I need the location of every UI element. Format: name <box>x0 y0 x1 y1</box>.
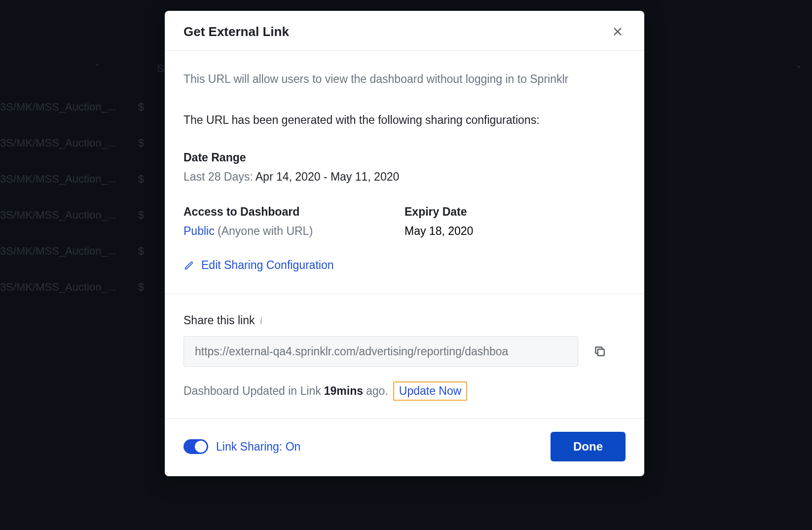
toggle-label: Link Sharing: On <box>216 440 300 454</box>
close-icon <box>612 26 623 37</box>
date-range-prefix: Last 28 Days: <box>184 170 253 183</box>
edit-sharing-config-label: Edit Sharing Configuration <box>201 259 334 272</box>
edit-sharing-config-link[interactable]: Edit Sharing Configuration <box>184 259 626 272</box>
expiry-value: May 18, 2020 <box>405 225 626 238</box>
access-value-link[interactable]: Public <box>184 225 215 237</box>
app-background: S 3S/MK/MSS_Auction_...$ 3S/MK/MSS_Aucti… <box>0 0 812 530</box>
updated-row: Dashboard Updated in Link 19mins ago. Up… <box>184 381 626 401</box>
update-now-button[interactable]: Update Now <box>393 381 468 401</box>
date-range-label: Date Range <box>184 151 626 164</box>
modal-body: This URL will allow users to view the da… <box>165 51 644 418</box>
link-sharing-toggle[interactable]: Link Sharing: On <box>184 439 300 454</box>
pencil-icon <box>184 260 194 271</box>
expiry-label: Expiry Date <box>405 205 626 219</box>
updated-value: 19mins <box>324 384 363 398</box>
external-link-modal: Get External Link This URL will allow us… <box>165 11 644 476</box>
modal-footer: Link Sharing: On Done <box>165 418 644 476</box>
modal-title: Get External Link <box>184 24 289 39</box>
updated-suffix: ago. <box>366 384 388 398</box>
date-range-value: Last 28 Days: Apr 14, 2020 - May 11, 202… <box>184 170 626 184</box>
access-value-note: (Anyone with URL) <box>218 225 313 237</box>
done-button[interactable]: Done <box>551 432 626 461</box>
close-button[interactable] <box>610 24 626 39</box>
modal-header: Get External Link <box>165 11 644 51</box>
description-text: This URL will allow users to view the da… <box>184 71 588 88</box>
svg-rect-2 <box>598 349 604 356</box>
copy-link-button[interactable] <box>592 343 608 359</box>
info-icon[interactable]: i <box>259 315 262 326</box>
share-link-input[interactable] <box>184 336 578 367</box>
toggle-switch <box>184 439 208 454</box>
copy-icon <box>593 345 606 358</box>
updated-prefix: Dashboard Updated in Link <box>184 384 321 398</box>
share-link-label-row: Share this link i <box>184 314 626 327</box>
config-intro-text: The URL has been generated with the foll… <box>184 112 626 129</box>
date-range-dates: Apr 14, 2020 - May 11, 2020 <box>256 170 400 183</box>
access-label: Access to Dashboard <box>184 205 405 219</box>
expiry-column: Expiry Date May 18, 2020 <box>405 205 626 238</box>
share-link-label: Share this link <box>184 314 255 327</box>
divider <box>165 294 644 294</box>
access-column: Access to Dashboard Public (Anyone with … <box>184 205 405 238</box>
